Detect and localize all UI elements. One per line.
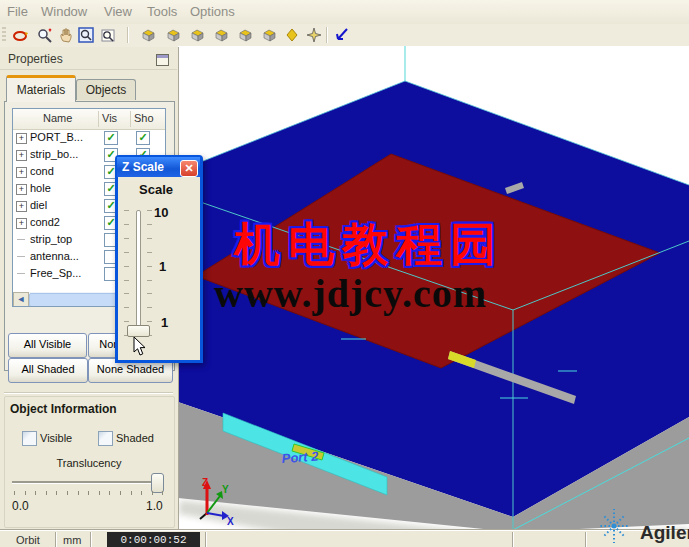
units-indicator: mm [63,534,81,546]
column-shaded[interactable]: Sho [134,112,154,124]
shaded-checkbox[interactable] [98,431,113,446]
z-scale-slider-handle[interactable] [127,325,150,337]
view-cube-3-icon[interactable] [189,27,206,44]
shaded-checkbox[interactable]: ✓ [136,131,150,145]
svg-text:Z: Z [202,477,208,488]
menu-file[interactable]: File [7,4,28,19]
watermark-chinese: 机电教程园 [234,214,554,276]
translucency-max: 1.0 [146,499,163,513]
translucency-slider-handle[interactable] [151,473,164,493]
material-name: PORT_B... [30,131,83,143]
view-cube-1-icon[interactable] [140,27,157,44]
expand-icon[interactable]: + [16,133,27,144]
column-name[interactable]: Name [43,112,72,124]
panel-header: Properties [0,50,177,70]
object-information-title: Object Information [10,402,117,416]
menu-bar: File Window View Tools Options [0,0,689,25]
close-icon[interactable]: ✕ [180,160,198,177]
tree-line [17,273,25,274]
expand-icon[interactable]: + [16,150,27,161]
material-name: antenna... [30,250,79,262]
tick-label-10: 10 [154,205,168,220]
dock-icon[interactable] [156,54,169,66]
toolbar [0,24,689,48]
material-name: cond [30,165,54,177]
tree-line [17,256,25,257]
material-name: Free_Sp... [30,267,81,279]
tab-materials[interactable]: Materials [6,75,76,102]
panel-title: Properties [8,52,63,66]
dialog-body: Scale 10 1 1 [118,178,194,354]
axis-diamond-icon[interactable] [284,27,301,44]
expand-icon[interactable]: + [16,184,27,195]
menu-view[interactable]: View [104,4,132,19]
pointer-select-icon[interactable] [333,27,350,44]
svg-text:Y: Y [222,484,229,495]
watermark-url: www.jdjcy.com [214,270,487,317]
translucency-min: 0.0 [12,499,29,513]
menu-window[interactable]: Window [41,4,87,19]
toolbar-separator [127,27,129,43]
view-cube-5-icon[interactable] [237,27,254,44]
toolbar-separator [326,27,328,43]
material-name: strip_bo... [30,148,78,160]
all-shaded-button[interactable]: All Shaded [8,358,88,383]
material-name: diel [30,199,47,211]
timer-display: 0:00:00:52 [107,532,200,547]
crosshair-icon[interactable] [306,27,323,44]
z-scale-slider-track[interactable] [136,210,141,337]
view-cube-4-icon[interactable] [213,27,230,44]
material-name: hole [30,182,51,194]
mode-indicator: Orbit [16,534,40,546]
tree-line [17,239,25,240]
tab-objects[interactable]: Objects [76,79,136,100]
table-row-PORT_B[interactable]: +PORT_B...✓✓ [13,129,165,146]
view-cube-2-icon[interactable] [165,27,182,44]
toolbar-grip[interactable] [2,27,6,43]
expand-icon[interactable]: + [16,167,27,178]
agilent-brand-text: Agilent [640,522,689,544]
3d-viewport[interactable]: Port 2 Z Y X 机电教程园 www.jdjcy.com [178,46,689,530]
zoom-window-icon[interactable] [78,27,95,44]
scale-label: Scale [118,182,194,197]
svg-text:X: X [227,516,234,527]
tick-label-bot-1: 1 [161,315,168,330]
scroll-left-arrow[interactable]: ◄ [13,292,29,307]
agilent-starburst-icon [592,505,636,547]
column-vis[interactable]: Vis [102,112,117,124]
expand-icon[interactable]: + [16,218,27,229]
scrollbar-thumb[interactable] [29,293,129,307]
view-cube-6-icon[interactable] [261,27,278,44]
zoom-in-icon[interactable] [37,27,54,44]
translucency-slider-track[interactable] [12,481,164,484]
vis-checkbox[interactable]: ✓ [104,131,118,145]
orbit-rotate-icon[interactable] [12,27,29,44]
list-header: Name Vis Sho [13,109,165,130]
tick-label-mid-1: 1 [159,259,166,274]
material-name: cond2 [30,216,60,228]
menu-tools[interactable]: Tools [147,4,177,19]
all-visible-button[interactable]: All Visible [8,333,87,358]
menu-options[interactable]: Options [190,4,235,19]
shaded-label: Shaded [116,432,154,444]
zoom-previous-icon[interactable] [100,27,117,44]
visible-label: Visible [40,432,72,444]
section-divider [4,392,173,394]
status-bar: Orbit mm 0:00:00:52 [0,530,689,547]
translucency-label: Translucency [0,457,178,469]
agilent-logo: Agilent [592,505,689,547]
material-name: strip_top [30,233,72,245]
pan-hand-icon[interactable] [58,27,75,44]
application-window: { "menubar": {"items": ["File", "Window"… [0,0,689,547]
port-label: Port 2 [281,448,320,466]
expand-icon[interactable]: + [16,201,27,212]
z-scale-dialog[interactable]: Z Scale ✕ Scale 10 1 1 [115,155,203,363]
visible-checkbox[interactable] [22,431,37,446]
